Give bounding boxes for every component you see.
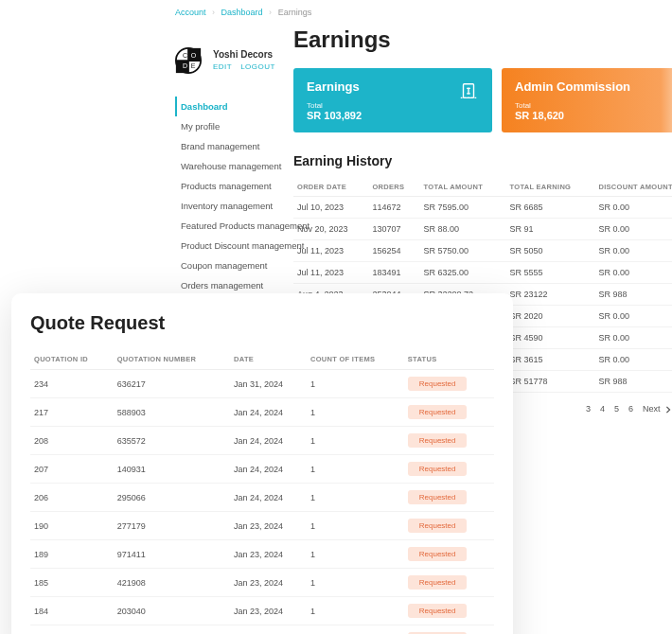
- cell: SR 988: [594, 284, 672, 306]
- table-row[interactable]: 190277179Jan 23, 20241Requested: [30, 512, 494, 540]
- cell: 114672: [368, 197, 419, 219]
- status-badge: Requested: [408, 433, 468, 448]
- sidebar-item-brand-management[interactable]: Brand management: [175, 136, 284, 156]
- cell: SR 0.00: [594, 262, 672, 284]
- sidebar-item-inventory-management[interactable]: Inventory management: [175, 196, 284, 216]
- col-header: TOTAL EARNING: [506, 178, 595, 197]
- cell: SR 0.00: [594, 219, 672, 240]
- sidebar-item-product-discount-management[interactable]: Product Discount management: [175, 236, 284, 255]
- cell: Jan 23, 2024: [230, 512, 307, 540]
- table-row[interactable]: 183951633Jan 23, 20241Requested: [30, 625, 494, 635]
- sidebar-item-warehouse-management[interactable]: Warehouse management: [175, 156, 284, 176]
- col-header: ORDER DATE: [293, 178, 368, 197]
- col-header: QUOTATION NUMBER: [114, 349, 230, 370]
- table-row[interactable]: Jul 10, 2023114672SR 7595.00SR 6685SR 0.…: [293, 197, 672, 219]
- breadcrumb-account[interactable]: Account: [175, 8, 206, 17]
- cell: 1: [307, 540, 404, 569]
- cell: SR 6325.00: [420, 262, 506, 284]
- cell: Requested: [404, 625, 494, 635]
- cell: SR 5050: [506, 240, 595, 262]
- cell: 206: [30, 484, 114, 512]
- cell: 207: [30, 455, 114, 484]
- cell: 217: [30, 398, 114, 427]
- status-badge: Requested: [408, 490, 468, 504]
- sidebar-item-dashboard[interactable]: Dashboard: [175, 97, 284, 116]
- page-4[interactable]: 4: [600, 404, 605, 414]
- sidebar-item-my-profile[interactable]: My profile: [175, 116, 284, 136]
- status-badge: Requested: [408, 547, 468, 561]
- sidebar-item-products-management[interactable]: Products management: [175, 176, 284, 196]
- svg-text:C: C: [183, 52, 187, 59]
- cell: 1: [307, 625, 404, 635]
- next-button[interactable]: Next: [643, 404, 672, 414]
- cell: SR 988: [594, 371, 672, 393]
- logout-link[interactable]: LOGOUT: [240, 62, 275, 71]
- invoice-icon: [458, 81, 479, 106]
- cell: Requested: [404, 540, 494, 569]
- col-header: DISCOUNT AMOUNT: [594, 178, 672, 197]
- cell: SR 4590: [506, 327, 595, 349]
- table-row[interactable]: 184203040Jan 23, 20241Requested: [30, 597, 494, 625]
- cell: SR 51778: [506, 371, 595, 393]
- cell: SR 0.00: [594, 197, 672, 219]
- page-3[interactable]: 3: [586, 404, 591, 414]
- table-row[interactable]: Nov 20, 2023130707SR 88.00SR 91SR 0.00: [293, 219, 672, 240]
- table-row[interactable]: 185421908Jan 23, 20241Requested: [30, 569, 494, 597]
- status-badge: Requested: [408, 519, 468, 533]
- table-row[interactable]: Jul 11, 2023156254SR 5750.00SR 5050SR 0.…: [293, 240, 672, 262]
- sidebar-item-featured-products-management[interactable]: Featured Products management: [175, 216, 284, 236]
- col-header: ORDERS: [368, 178, 419, 197]
- cell: 130707: [368, 219, 419, 240]
- table-row[interactable]: 208635572Jan 24, 20241Requested: [30, 427, 494, 455]
- edit-link[interactable]: EDIT: [213, 62, 232, 71]
- cell: 636217: [114, 370, 230, 398]
- cell: 1: [307, 455, 404, 484]
- col-header: DATE: [230, 349, 307, 370]
- sidebar-item-orders-management[interactable]: Orders management: [175, 275, 284, 295]
- cell: 1: [307, 427, 404, 455]
- table-row[interactable]: 234636217Jan 31, 20241Requested: [30, 370, 494, 398]
- status-badge: Requested: [408, 377, 468, 391]
- table-row[interactable]: 207140931Jan 24, 20241Requested: [30, 455, 494, 484]
- shop-name: Yoshi Decors: [213, 49, 273, 60]
- commission-card-title: Admin Commission: [515, 79, 672, 94]
- sidebar-nav: DashboardMy profileBrand managementWareh…: [175, 97, 284, 315]
- quote-title: Quote Request: [30, 312, 494, 334]
- table-row[interactable]: Jul 11, 2023183491SR 6325.00SR 5555SR 0.…: [293, 262, 672, 284]
- cell: Jan 24, 2024: [230, 398, 307, 427]
- page-6[interactable]: 6: [628, 404, 633, 414]
- cell: 156254: [368, 240, 419, 262]
- svg-text:E: E: [191, 62, 196, 69]
- cell: 189: [30, 540, 114, 569]
- table-row[interactable]: 206295066Jan 24, 20241Requested: [30, 484, 494, 512]
- earnings-card: Earnings Total SR 103,892: [293, 68, 492, 132]
- cell: 1: [307, 512, 404, 540]
- sidebar-item-coupon-management[interactable]: Coupon management: [175, 255, 284, 275]
- table-row[interactable]: 217588903Jan 24, 20241Requested: [30, 398, 494, 427]
- earnings-card-value: SR 103,892: [307, 110, 479, 121]
- cell: Jan 23, 2024: [230, 625, 307, 635]
- table-row[interactable]: 189971411Jan 23, 20241Requested: [30, 540, 494, 569]
- col-header: STATUS: [404, 349, 494, 370]
- cell: SR 3615: [506, 349, 595, 371]
- cell: 183: [30, 625, 114, 635]
- col-header: COUNT OF ITEMS: [307, 349, 404, 370]
- breadcrumb-dashboard[interactable]: Dashboard: [221, 8, 263, 17]
- cell: 1: [307, 484, 404, 512]
- cell: SR 6685: [506, 197, 595, 219]
- cell: SR 23122: [506, 284, 595, 306]
- earnings-card-sub: Total: [307, 101, 479, 110]
- cell: 140931: [114, 455, 230, 484]
- chevron-right-icon: ›: [212, 8, 215, 17]
- cell: 277179: [114, 512, 230, 540]
- cell: 295066: [114, 484, 230, 512]
- page-5[interactable]: 5: [614, 404, 619, 414]
- cell: 234: [30, 370, 114, 398]
- cell: 185: [30, 569, 114, 597]
- cell: Jul 11, 2023: [293, 240, 368, 262]
- cell: 635572: [114, 427, 230, 455]
- earnings-card-title: Earnings: [307, 79, 479, 94]
- cell: 190: [30, 512, 114, 540]
- cell: Jan 23, 2024: [230, 540, 307, 569]
- cell: 951633: [114, 625, 230, 635]
